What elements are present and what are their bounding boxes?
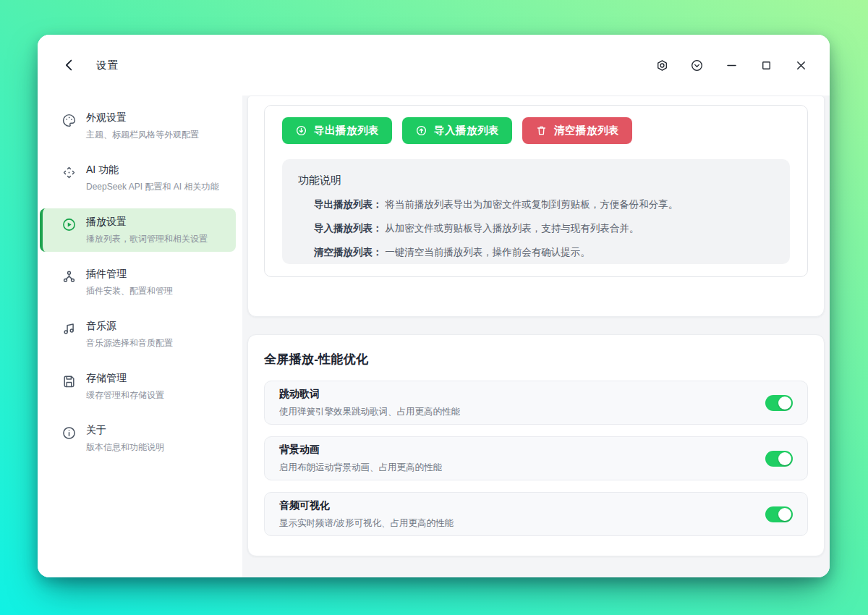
- move-crosshair-icon: [61, 165, 77, 180]
- playlist-actions-box: 导出播放列表 导入播放列表 清空播放列表 功能说明: [264, 105, 808, 277]
- info-circle-icon: [61, 425, 77, 441]
- setting-text: 背景动画 启用布朗运动背景动画、占用更高的性能: [279, 444, 765, 474]
- upload-circle-icon: [415, 124, 427, 137]
- sidebar-item-text: 播放设置 播放列表，歌词管理和相关设置: [86, 216, 208, 245]
- setting-text: 音频可视化 显示实时频谱/波形可视化、占用更高的性能: [279, 499, 765, 530]
- sidebar-item-desc: 插件安装、配置和管理: [86, 286, 173, 297]
- palette-icon: [61, 113, 77, 128]
- sidebar-item-desc: 版本信息和功能说明: [86, 442, 164, 453]
- sidebar-item-label: 音乐源: [86, 320, 173, 333]
- sidebar: 外观设置 主题、标题栏风格等外观配置 AI 功能 DeepSeek API 配置…: [38, 96, 242, 577]
- close-icon[interactable]: [794, 59, 808, 72]
- titlebar-controls: [655, 59, 808, 72]
- update-check-icon[interactable]: [690, 59, 704, 72]
- sidebar-item-appearance[interactable]: 外观设置 主题、标题栏风格等外观配置: [40, 104, 236, 148]
- plugin-nodes-icon: [61, 269, 77, 284]
- sidebar-item-label: 插件管理: [86, 268, 173, 281]
- sidebar-item-plugins[interactable]: 插件管理 插件安装、配置和管理: [40, 260, 236, 304]
- info-text: 一键清空当前播放列表，操作前会有确认提示。: [385, 247, 590, 258]
- download-circle-icon: [295, 124, 307, 137]
- titlebar: 设置: [38, 35, 830, 96]
- setting-row-background-animation: 背景动画 启用布朗运动背景动画、占用更高的性能: [264, 436, 808, 480]
- bouncing-lyrics-toggle[interactable]: [765, 395, 793, 411]
- setting-text: 跳动歌词 使用弹簧引擎效果跳动歌词、占用更高的性能: [279, 388, 765, 418]
- maximize-icon[interactable]: [760, 59, 773, 72]
- setting-row-audio-visualization: 音频可视化 显示实时频谱/波形可视化、占用更高的性能: [264, 492, 808, 536]
- sidebar-item-music-source[interactable]: 音乐源 音乐源选择和音质配置: [40, 313, 236, 356]
- toggle-knob: [778, 396, 791, 410]
- trash-icon: [535, 124, 548, 137]
- toggle-knob: [778, 452, 791, 465]
- back-button[interactable]: [61, 57, 77, 73]
- feature-description-title: 功能说明: [298, 174, 774, 187]
- performance-section-title: 全屏播放-性能优化: [264, 351, 808, 368]
- performance-rows: 跳动歌词 使用弹簧引擎效果跳动歌词、占用更高的性能 背景动画 启用布朗运动背景动…: [264, 381, 808, 536]
- audio-visualization-toggle[interactable]: [765, 506, 793, 522]
- feature-description-box: 功能说明 导出播放列表： 将当前播放列表导出为加密文件或复制到剪贴板，方便备份和…: [282, 159, 790, 264]
- button-label: 导入播放列表: [434, 124, 499, 137]
- sidebar-item-desc: 主题、标题栏风格等外观配置: [86, 130, 199, 140]
- sidebar-item-text: 关于 版本信息和功能说明: [86, 424, 164, 453]
- sidebar-item-desc: 缓存管理和存储设置: [86, 390, 164, 401]
- info-label: 清空播放列表：: [314, 247, 383, 258]
- window-body: 外观设置 主题、标题栏风格等外观配置 AI 功能 DeepSeek API 配置…: [38, 96, 830, 577]
- setting-label: 跳动歌词: [279, 388, 765, 401]
- sidebar-item-desc: DeepSeek API 配置和 AI 相关功能: [86, 182, 218, 192]
- export-playlist-button[interactable]: 导出播放列表: [282, 117, 392, 144]
- play-circle-icon: [61, 217, 77, 232]
- info-text: 将当前播放列表导出为加密文件或复制到剪贴板，方便备份和分享。: [385, 199, 678, 210]
- playlist-management-card: 导出播放列表 导入播放列表 清空播放列表 功能说明: [247, 96, 825, 317]
- button-label: 清空播放列表: [554, 124, 619, 137]
- sidebar-item-text: AI 功能 DeepSeek API 配置和 AI 相关功能: [86, 164, 218, 192]
- clear-playlist-button[interactable]: 清空播放列表: [522, 117, 632, 144]
- info-line-clear: 清空播放列表： 一键清空当前播放列表，操作前会有确认提示。: [314, 246, 774, 259]
- setting-desc: 使用弹簧引擎效果跳动歌词、占用更高的性能: [279, 406, 765, 418]
- info-line-export: 导出播放列表： 将当前播放列表导出为加密文件或复制到剪贴板，方便备份和分享。: [314, 198, 774, 211]
- sidebar-item-storage[interactable]: 存储管理 缓存管理和存储设置: [40, 365, 236, 408]
- setting-label: 音频可视化: [279, 499, 765, 512]
- sidebar-item-label: 关于: [86, 424, 164, 437]
- sidebar-item-label: 存储管理: [86, 372, 164, 385]
- sidebar-item-playback[interactable]: 播放设置 播放列表，歌词管理和相关设置: [40, 208, 236, 252]
- save-disk-icon: [61, 373, 77, 389]
- sidebar-item-label: 播放设置: [86, 216, 208, 229]
- info-label: 导入播放列表：: [314, 223, 383, 234]
- import-playlist-button[interactable]: 导入播放列表: [402, 117, 512, 144]
- toggle-knob: [778, 508, 791, 521]
- main-content: 导出播放列表 导入播放列表 清空播放列表 功能说明: [242, 96, 830, 577]
- button-label: 导出播放列表: [314, 124, 379, 137]
- sidebar-item-desc: 音乐源选择和音质配置: [86, 338, 173, 349]
- info-label: 导出播放列表：: [314, 199, 383, 210]
- info-line-import: 导入播放列表： 从加密文件或剪贴板导入播放列表，支持与现有列表合并。: [314, 222, 774, 235]
- sidebar-item-text: 存储管理 缓存管理和存储设置: [86, 372, 164, 401]
- setting-label: 背景动画: [279, 444, 765, 457]
- sidebar-item-label: 外观设置: [86, 111, 199, 124]
- sidebar-item-text: 外观设置 主题、标题栏风格等外观配置: [86, 111, 199, 140]
- background-animation-toggle[interactable]: [765, 451, 793, 467]
- sidebar-item-label: AI 功能: [86, 164, 218, 177]
- setting-desc: 显示实时频谱/波形可视化、占用更高的性能: [279, 517, 765, 530]
- sidebar-item-text: 音乐源 音乐源选择和音质配置: [86, 320, 173, 349]
- settings-window: 设置: [38, 35, 830, 577]
- minimize-icon[interactable]: [725, 59, 739, 72]
- nut-settings-icon[interactable]: [655, 59, 669, 72]
- desktop-background: { "window": { "title": "设置", "titlebar":…: [0, 0, 868, 615]
- sidebar-item-ai[interactable]: AI 功能 DeepSeek API 配置和 AI 相关功能: [40, 156, 236, 200]
- sidebar-item-desc: 播放列表，歌词管理和相关设置: [86, 234, 208, 245]
- setting-desc: 启用布朗运动背景动画、占用更高的性能: [279, 462, 765, 474]
- sidebar-item-about[interactable]: 关于 版本信息和功能说明: [40, 417, 236, 460]
- music-note-icon: [61, 321, 77, 336]
- playlist-buttons-row: 导出播放列表 导入播放列表 清空播放列表: [282, 117, 790, 144]
- window-title: 设置: [96, 59, 119, 72]
- performance-card: 全屏播放-性能优化 跳动歌词 使用弹簧引擎效果跳动歌词、占用更高的性能 背景动画…: [247, 334, 825, 556]
- setting-row-bouncing-lyrics: 跳动歌词 使用弹簧引擎效果跳动歌词、占用更高的性能: [264, 381, 808, 425]
- info-text: 从加密文件或剪贴板导入播放列表，支持与现有列表合并。: [385, 223, 639, 234]
- sidebar-item-text: 插件管理 插件安装、配置和管理: [86, 268, 173, 297]
- back-chevron-icon: [61, 57, 77, 73]
